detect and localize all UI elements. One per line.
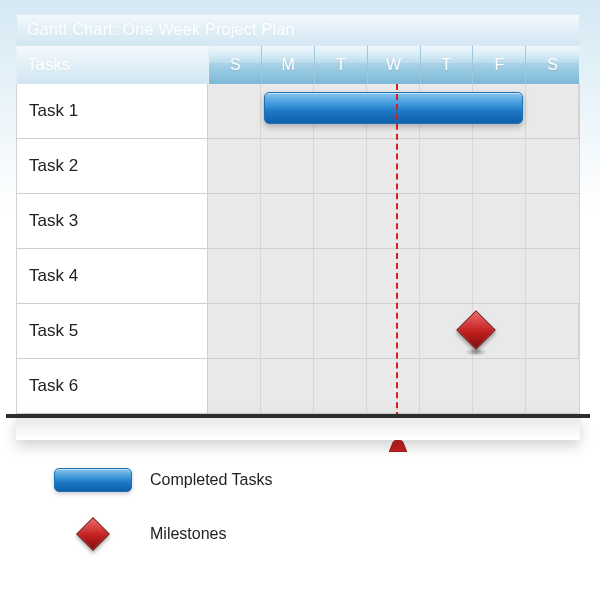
table-row: Task 1 <box>17 84 579 139</box>
task-label: Task 1 <box>17 84 208 138</box>
task-label: Task 2 <box>17 139 208 193</box>
grid-cell <box>367 249 420 303</box>
legend-bar-icon <box>54 468 132 492</box>
grid-cell <box>208 84 261 138</box>
grid-cell <box>208 304 261 358</box>
completed-task-bar[interactable] <box>264 92 523 124</box>
day-header-thu: T <box>421 46 474 84</box>
svg-marker-0 <box>389 438 407 452</box>
today-marker-handle[interactable] <box>389 438 407 452</box>
grid-cell <box>473 194 526 248</box>
axis-baseline <box>16 414 580 440</box>
grid-cell <box>526 359 579 413</box>
grid-cell <box>314 139 367 193</box>
task-label: Task 5 <box>17 304 208 358</box>
grid-cell <box>420 139 473 193</box>
tasks-header-text: Tasks <box>27 55 70 75</box>
day-header-tue: T <box>315 46 368 84</box>
task-label: Task 6 <box>17 359 208 413</box>
grid-cell <box>208 194 261 248</box>
grid-cell <box>314 194 367 248</box>
day-header-wed: W <box>368 46 421 84</box>
grid-cell <box>261 359 314 413</box>
day-header-fri: F <box>473 46 526 84</box>
tasks-column-header: Tasks <box>17 46 209 84</box>
gantt-chart: Gantt Chart: One Week Project Plan Tasks… <box>16 14 580 576</box>
grid-cell <box>526 249 579 303</box>
grid-cell <box>420 359 473 413</box>
table-row: Task 3 <box>17 194 579 249</box>
legend: Completed Tasks Milestones <box>54 468 580 550</box>
grid-cell <box>261 304 314 358</box>
legend-milestones-label: Milestones <box>150 525 226 543</box>
grid-cell <box>314 304 367 358</box>
gantt-grid: Task 1Task 2Task 3Task 4Task 5Task 6 <box>16 84 580 414</box>
day-header-sun: S <box>209 46 262 84</box>
grid-cell <box>314 249 367 303</box>
task-label: Task 3 <box>17 194 208 248</box>
table-row: Task 2 <box>17 139 579 194</box>
grid-cell <box>261 249 314 303</box>
grid-cell <box>208 249 261 303</box>
grid-cell <box>261 194 314 248</box>
legend-completed-label: Completed Tasks <box>150 471 272 489</box>
chart-title-text: Gantt Chart: One Week Project Plan <box>27 21 295 39</box>
grid-cell <box>367 194 420 248</box>
task-label: Task 4 <box>17 249 208 303</box>
grid-cell <box>526 139 579 193</box>
grid-cell <box>314 359 367 413</box>
grid-cell <box>261 139 314 193</box>
legend-item-milestones: Milestones <box>54 518 580 550</box>
table-row: Task 4 <box>17 249 579 304</box>
legend-milestone-icon <box>54 518 132 550</box>
table-row: Task 5 <box>17 304 579 359</box>
grid-cell <box>367 359 420 413</box>
table-row: Task 6 <box>17 359 579 414</box>
grid-cell <box>473 249 526 303</box>
grid-cell <box>420 249 473 303</box>
grid-cell <box>526 194 579 248</box>
grid-cell <box>473 359 526 413</box>
legend-item-completed: Completed Tasks <box>54 468 580 492</box>
column-header: Tasks S M T W T F S <box>16 46 580 84</box>
grid-cell <box>473 139 526 193</box>
grid-cell <box>367 139 420 193</box>
grid-cell <box>208 359 261 413</box>
chart-title: Gantt Chart: One Week Project Plan <box>16 14 580 46</box>
grid-cell <box>420 194 473 248</box>
grid-cell <box>526 84 579 138</box>
grid-cell <box>367 304 420 358</box>
grid-cell <box>208 139 261 193</box>
day-header-sat: S <box>526 46 579 84</box>
day-header-mon: M <box>262 46 315 84</box>
grid-cell <box>526 304 579 358</box>
